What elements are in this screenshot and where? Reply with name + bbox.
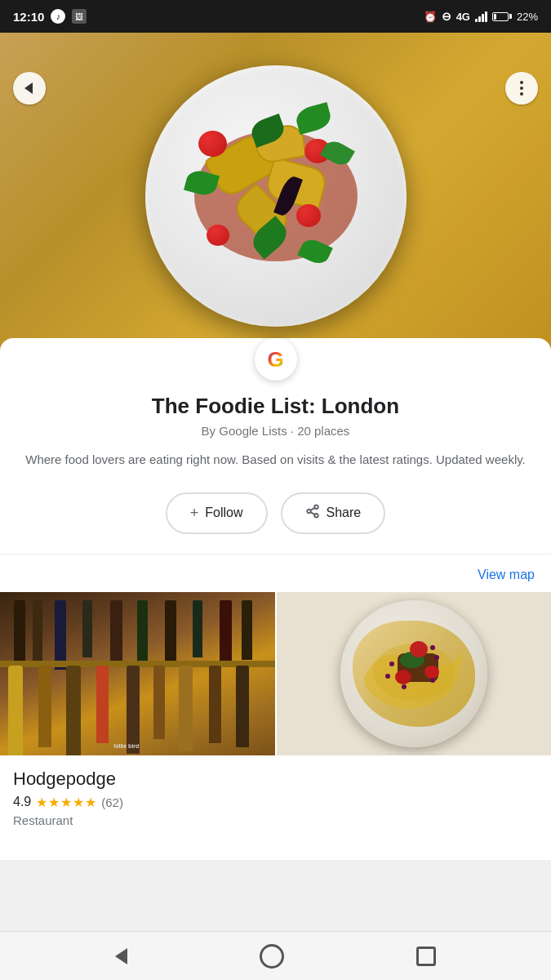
divider <box>0 554 551 555</box>
hero-image <box>0 33 551 359</box>
review-count: (62) <box>101 795 123 809</box>
tomato-4 <box>207 225 229 246</box>
hillie-bird-label: hillie bird <box>113 743 139 749</box>
rating-row: 4.9 ★ ★ ★ ★ ★ (62) <box>13 795 538 810</box>
bottle-b6 <box>153 666 165 739</box>
plus-icon: + <box>190 505 199 522</box>
dish-plate <box>340 600 487 747</box>
restaurant-photo-right[interactable] <box>277 592 552 755</box>
berry-6 <box>434 655 439 660</box>
share-button[interactable]: Share <box>281 492 386 534</box>
follow-button[interactable]: + Follow <box>166 492 268 534</box>
photos-grid: hillie bird <box>0 592 551 755</box>
red-tomato-3 <box>424 666 439 679</box>
star-2: ★ <box>48 795 60 810</box>
more-options-button[interactable] <box>505 72 538 105</box>
top-nav <box>0 65 551 111</box>
signal-icon <box>475 11 487 22</box>
bottle-b8 <box>209 666 221 743</box>
bottle-8 <box>193 600 202 657</box>
star-5: ★ <box>85 795 96 810</box>
list-title: The Foodie List: London <box>20 394 531 419</box>
berry-4 <box>430 645 435 650</box>
bottle-3 <box>55 600 66 670</box>
network-label: 4G <box>456 11 470 23</box>
bottle-10 <box>242 600 252 660</box>
share-label: Share <box>327 506 362 520</box>
title-section: The Foodie List: London By Google Lists … <box>0 381 551 492</box>
back-button[interactable] <box>13 72 46 105</box>
music-icon <box>51 9 65 24</box>
status-right: ⏰ ⊖ 4G 22% <box>424 10 538 23</box>
bottle-2 <box>33 600 42 662</box>
bottle-b7 <box>179 666 193 751</box>
content-card: G The Foodie List: London By Google List… <box>0 338 551 860</box>
restaurant-name: Hodgepodge <box>13 768 538 790</box>
red-tomato-2 <box>395 670 411 684</box>
view-map-link[interactable]: View map <box>478 568 535 582</box>
system-back-button[interactable] <box>115 948 127 964</box>
rating-score: 4.9 <box>13 795 31 809</box>
restaurant-photo-left[interactable]: hillie bird <box>0 592 275 755</box>
berry-2 <box>385 674 390 679</box>
restaurant-type: Restaurant <box>13 813 538 827</box>
berry-1 <box>389 662 394 666</box>
google-badge: G <box>255 338 297 381</box>
bottle-7 <box>165 600 176 667</box>
share-icon <box>305 504 320 523</box>
battery-icon <box>492 12 512 21</box>
dot-1 <box>520 81 523 84</box>
tomato-3 <box>296 204 321 227</box>
star-3: ★ <box>60 795 72 810</box>
bottle-9 <box>220 600 232 664</box>
berry-5 <box>402 684 407 689</box>
action-buttons: + Follow Share <box>0 492 551 554</box>
berry-3 <box>430 678 435 683</box>
dot-3 <box>520 92 523 96</box>
follow-label: Follow <box>205 506 242 520</box>
bottle-b1 <box>8 666 23 755</box>
bottle-b9 <box>236 666 249 747</box>
bottle-b4 <box>96 666 109 743</box>
dot-2 <box>520 87 523 90</box>
bottle-6 <box>137 600 148 662</box>
photo-icon: 🖼 <box>72 9 87 24</box>
time-display: 12:10 <box>13 10 44 24</box>
bottles-display: hillie bird <box>0 592 275 755</box>
view-map-row: View map <box>0 561 551 592</box>
svg-line-3 <box>310 512 314 514</box>
tomato-1 <box>198 131 227 157</box>
back-arrow-icon <box>24 82 33 94</box>
system-recents-button[interactable] <box>416 947 436 966</box>
status-left: 12:10 🖼 <box>13 9 87 24</box>
star-4: ★ <box>73 795 84 810</box>
list-description: Where food lovers are eating right now. … <box>20 451 531 470</box>
flatbread <box>353 621 475 727</box>
bottle-4 <box>82 600 92 657</box>
bottle-b3 <box>66 666 81 755</box>
bottle-b2 <box>38 666 51 747</box>
restaurant-info: Hodgepodge 4.9 ★ ★ ★ ★ ★ (62) Restaurant <box>0 755 551 844</box>
system-home-button[interactable] <box>260 944 284 969</box>
dnd-icon: ⊖ <box>442 10 451 23</box>
star-1: ★ <box>36 795 47 810</box>
svg-line-4 <box>310 507 314 510</box>
red-tomato-1 <box>410 641 428 657</box>
list-meta: By Google Lists · 20 places <box>20 424 531 438</box>
bottom-nav <box>0 931 551 980</box>
star-rating: ★ ★ ★ ★ ★ <box>36 795 96 810</box>
bottle-5 <box>110 600 122 666</box>
google-logo: G <box>267 347 283 372</box>
status-bar: 12:10 🖼 ⏰ ⊖ 4G 22% <box>0 0 551 33</box>
battery-percent: 22% <box>517 11 538 23</box>
bottle-b5 <box>127 666 140 754</box>
bottle-1 <box>14 600 25 666</box>
food-content <box>178 98 374 294</box>
alarm-icon: ⏰ <box>424 11 437 23</box>
